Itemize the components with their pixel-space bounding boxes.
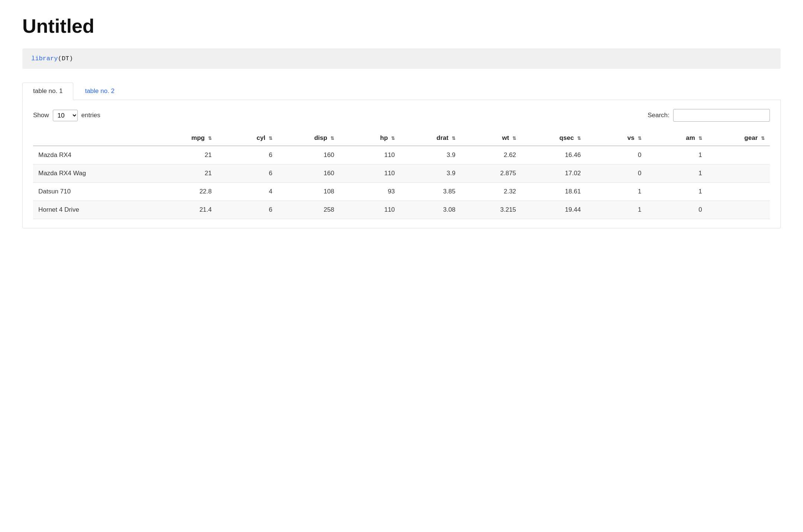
col-header-gear[interactable]: gear ⇅ [707,131,770,146]
cell-mpg: 22.8 [154,183,217,201]
cell-drat: 3.9 [400,164,461,183]
cell-wt: 2.32 [461,183,521,201]
cell-vs: 1 [586,201,647,219]
data-table: mpg ⇅ cyl ⇅ disp ⇅ hp ⇅ [33,131,770,219]
cell-cyl: 6 [217,146,278,164]
cell-mpg: 21 [154,146,217,164]
table-controls: Show 10 25 50 100 entries Search: [33,109,770,122]
tabs-bar: table no. 1 table no. 2 [22,82,781,100]
cell-am: 1 [647,183,707,201]
cell-gear [707,201,770,219]
sort-icon-vs: ⇅ [638,136,642,141]
col-header-name [33,131,154,146]
search-label: Search: [647,112,669,119]
cell-wt: 2.62 [461,146,521,164]
cell-am: 0 [647,201,707,219]
col-header-vs[interactable]: vs ⇅ [586,131,647,146]
col-header-qsec[interactable]: qsec ⇅ [521,131,586,146]
cell-disp: 108 [278,183,339,201]
cell-disp: 160 [278,146,339,164]
col-header-drat[interactable]: drat ⇅ [400,131,461,146]
cell-gear [707,164,770,183]
sort-icon-disp: ⇅ [330,136,334,141]
code-keyword: library [31,55,58,62]
table-row: Mazda RX42161601103.92.6216.4601 [33,146,770,164]
cell-hp: 93 [339,183,400,201]
table-header-row: mpg ⇅ cyl ⇅ disp ⇅ hp ⇅ [33,131,770,146]
cell-disp: 160 [278,164,339,183]
cell-wt: 2.875 [461,164,521,183]
cell-cyl: 4 [217,183,278,201]
cell-hp: 110 [339,164,400,183]
show-entries-control: Show 10 25 50 100 entries [33,110,100,121]
sort-icon-cyl: ⇅ [269,136,272,141]
col-header-cyl[interactable]: cyl ⇅ [217,131,278,146]
cell-qsec: 18.61 [521,183,586,201]
sort-icon-wt: ⇅ [512,136,516,141]
cell-name: Hornet 4 Drive [33,201,154,219]
sort-icon-mpg: ⇅ [208,136,212,141]
cell-drat: 3.85 [400,183,461,201]
cell-qsec: 17.02 [521,164,586,183]
table-container: Show 10 25 50 100 entries Search: mpg ⇅ [22,100,781,228]
show-label: Show [33,112,49,119]
cell-name: Datsun 710 [33,183,154,201]
sort-icon-drat: ⇅ [452,136,455,141]
sort-icon-qsec: ⇅ [577,136,581,141]
search-area: Search: [647,109,770,122]
col-header-am[interactable]: am ⇅ [647,131,707,146]
cell-hp: 110 [339,146,400,164]
cell-am: 1 [647,164,707,183]
cell-name: Mazda RX4 [33,146,154,164]
cell-vs: 1 [586,183,647,201]
code-block: library(DT) [22,48,781,69]
cell-qsec: 19.44 [521,201,586,219]
table-overflow-wrapper: mpg ⇅ cyl ⇅ disp ⇅ hp ⇅ [33,131,770,219]
cell-drat: 3.9 [400,146,461,164]
cell-am: 1 [647,146,707,164]
cell-name: Mazda RX4 Wag [33,164,154,183]
cell-gear [707,183,770,201]
col-header-hp[interactable]: hp ⇅ [339,131,400,146]
cell-disp: 258 [278,201,339,219]
col-header-disp[interactable]: disp ⇅ [278,131,339,146]
page-title: Untitled [22,15,781,37]
table-row: Datsun 71022.84108933.852.3218.6111 [33,183,770,201]
cell-drat: 3.08 [400,201,461,219]
sort-icon-gear: ⇅ [761,136,765,141]
table-row: Hornet 4 Drive21.462581103.083.21519.441… [33,201,770,219]
col-header-mpg[interactable]: mpg ⇅ [154,131,217,146]
entries-label: entries [81,112,100,119]
table-row: Mazda RX4 Wag2161601103.92.87517.0201 [33,164,770,183]
search-input[interactable] [673,109,770,122]
cell-gear [707,146,770,164]
cell-vs: 0 [586,146,647,164]
sort-icon-hp: ⇅ [391,136,395,141]
cell-cyl: 6 [217,164,278,183]
table-body: Mazda RX42161601103.92.6216.4601Mazda RX… [33,146,770,219]
tab-table-1[interactable]: table no. 1 [22,83,73,100]
entries-select[interactable]: 10 25 50 100 [53,110,78,121]
cell-wt: 3.215 [461,201,521,219]
cell-cyl: 6 [217,201,278,219]
code-arg: DT [62,55,69,62]
col-header-wt[interactable]: wt ⇅ [461,131,521,146]
sort-icon-am: ⇅ [698,136,702,141]
cell-qsec: 16.46 [521,146,586,164]
cell-mpg: 21 [154,164,217,183]
tab-table-2[interactable]: table no. 2 [74,83,125,100]
cell-hp: 110 [339,201,400,219]
cell-vs: 0 [586,164,647,183]
cell-mpg: 21.4 [154,201,217,219]
